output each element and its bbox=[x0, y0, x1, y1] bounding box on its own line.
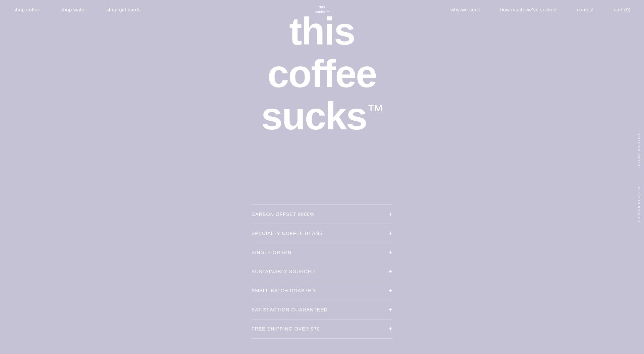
hero-title: thiscoffeesucks™ bbox=[261, 10, 383, 137]
feature-single-origin-plus-icon: + bbox=[388, 249, 392, 256]
nav-right: why we suckhow much we've suckedcontactc… bbox=[450, 7, 631, 12]
nav-left: shop coffeeshop watershop gift cards bbox=[13, 7, 141, 12]
feature-single-origin[interactable]: SINGLE ORIGIN+ bbox=[252, 243, 392, 262]
hero-section: thiscoffeesucks™ bbox=[0, 0, 644, 137]
sidebar-bottom-text: CARBON NEGATIVE bbox=[637, 184, 641, 222]
feature-free-shipping-label: FREE SHIPPING OVER $70 bbox=[252, 326, 320, 332]
logo-line2: sucks™ bbox=[315, 10, 329, 14]
why-we-suck-link[interactable]: why we suck bbox=[450, 7, 480, 12]
feature-specialty-coffee-plus-icon: + bbox=[388, 230, 392, 237]
feature-specialty-coffee[interactable]: SPECIALTY COFFEE BEANS+ bbox=[252, 224, 392, 243]
feature-single-origin-label: SINGLE ORIGIN bbox=[252, 250, 292, 255]
hero-line-1: coffee bbox=[268, 52, 377, 95]
feature-small-batch-plus-icon: + bbox=[388, 287, 392, 294]
feature-sustainably-sourced-label: SUSTAINABLY SOURCED bbox=[252, 269, 315, 274]
feature-satisfaction-label: SATISFACTION GUARANTEED bbox=[252, 307, 328, 312]
vertical-divider bbox=[639, 171, 639, 181]
feature-specialty-coffee-label: SPECIALTY COFFEE BEANS bbox=[252, 231, 323, 236]
contact-link[interactable]: contact bbox=[577, 7, 594, 12]
how-much-weve-sucked-link[interactable]: how much we've sucked bbox=[500, 7, 556, 12]
feature-carbon-offset-label: CARBON OFFSET 9000% bbox=[252, 212, 315, 217]
feature-small-batch[interactable]: SMALL-BATCH ROASTED+ bbox=[252, 281, 392, 300]
feature-free-shipping[interactable]: FREE SHIPPING OVER $70+ bbox=[252, 319, 392, 339]
main-nav: shop coffeeshop watershop gift cards thi… bbox=[0, 0, 644, 19]
shop-coffee-link[interactable]: shop coffee bbox=[13, 7, 41, 12]
feature-satisfaction-plus-icon: + bbox=[388, 306, 392, 313]
hero-line-2: sucks bbox=[261, 95, 367, 137]
features-section: CARBON OFFSET 9000%+SPECIALTY COFFEE BEA… bbox=[0, 204, 644, 339]
vertical-sidebar: FUTURE POSITIVE CARBON NEGATIVE bbox=[634, 132, 644, 222]
feature-free-shipping-plus-icon: + bbox=[388, 326, 392, 332]
trademark: ™ bbox=[367, 101, 383, 120]
feature-small-batch-label: SMALL-BATCH ROASTED bbox=[252, 288, 315, 293]
sidebar-top-text: FUTURE POSITIVE bbox=[637, 132, 641, 169]
feature-list: CARBON OFFSET 9000%+SPECIALTY COFFEE BEA… bbox=[252, 204, 392, 339]
cart-link[interactable]: cart (0) bbox=[614, 7, 631, 12]
feature-satisfaction[interactable]: SATISFACTION GUARANTEED+ bbox=[252, 300, 392, 319]
feature-sustainably-sourced-plus-icon: + bbox=[388, 268, 392, 275]
feature-carbon-offset-plus-icon: + bbox=[388, 211, 392, 218]
shop-gift-cards-link[interactable]: shop gift cards bbox=[106, 7, 141, 12]
nav-logo: this sucks™ bbox=[315, 5, 329, 14]
logo-line1: this bbox=[315, 5, 329, 9]
feature-sustainably-sourced[interactable]: SUSTAINABLY SOURCED+ bbox=[252, 262, 392, 281]
shop-water-link[interactable]: shop water bbox=[61, 7, 86, 12]
feature-carbon-offset[interactable]: CARBON OFFSET 9000%+ bbox=[252, 204, 392, 224]
